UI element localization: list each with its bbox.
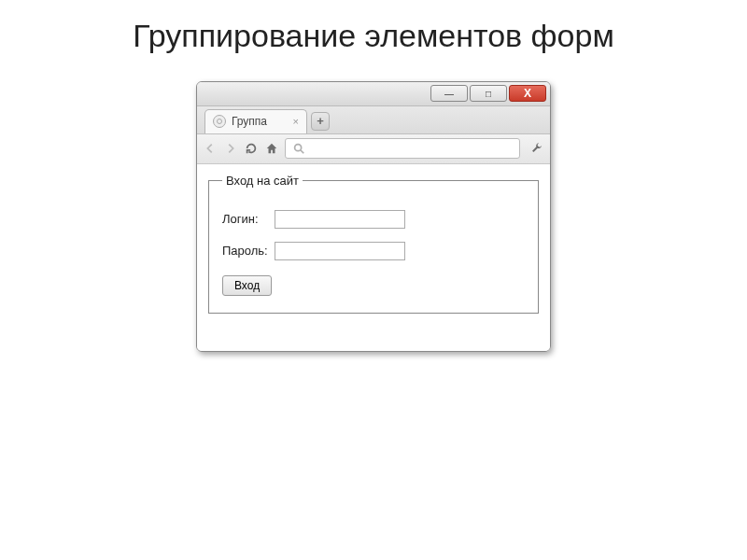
search-icon <box>291 141 306 156</box>
password-input[interactable] <box>275 242 405 260</box>
close-button[interactable]: X <box>509 85 546 102</box>
back-icon[interactable] <box>203 141 218 156</box>
login-input[interactable] <box>275 210 405 229</box>
login-row: Логин: <box>222 210 525 229</box>
submit-button[interactable]: Вход <box>222 275 272 296</box>
tab-title: Группа <box>232 115 267 128</box>
home-icon[interactable] <box>264 141 279 156</box>
maximize-button[interactable]: □ <box>470 85 507 102</box>
slide-title: Группирование элементов форм <box>0 17 747 55</box>
forward-icon[interactable] <box>223 141 238 156</box>
login-fieldset: Вход на сайт Логин: Пароль: Вход <box>208 174 539 314</box>
address-bar[interactable] <box>285 138 520 159</box>
page-content: Вход на сайт Логин: Пароль: Вход <box>197 164 550 351</box>
tab-close-icon[interactable]: × <box>293 116 299 127</box>
browser-tab[interactable]: Группа × <box>204 109 307 133</box>
window-titlebar: — □ X <box>197 82 550 106</box>
globe-icon <box>213 115 226 128</box>
reload-icon[interactable] <box>244 141 259 156</box>
new-tab-button[interactable]: + <box>311 112 330 131</box>
wrench-icon[interactable] <box>529 141 544 156</box>
login-label: Логин: <box>222 212 269 226</box>
svg-point-0 <box>295 145 302 151</box>
fieldset-legend: Вход на сайт <box>222 174 303 188</box>
password-row: Пароль: <box>222 242 525 260</box>
tab-bar: Группа × + <box>197 106 550 134</box>
minimize-button[interactable]: — <box>430 85 468 102</box>
browser-window: — □ X Группа × + <box>196 81 551 352</box>
password-label: Пароль: <box>222 244 269 258</box>
browser-toolbar <box>197 134 550 164</box>
